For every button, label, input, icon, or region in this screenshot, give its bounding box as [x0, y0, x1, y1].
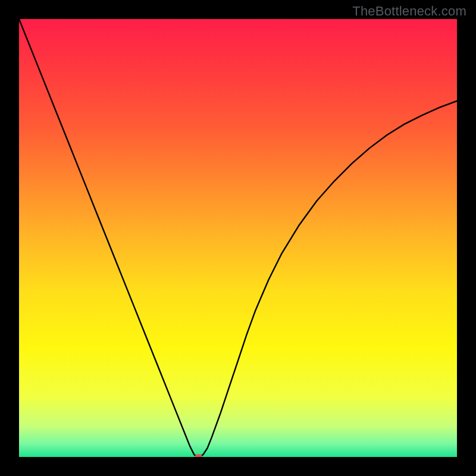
chart-frame: TheBottleneck.com	[0, 0, 476, 476]
chart-svg	[19, 19, 457, 457]
gradient-background	[19, 19, 457, 457]
plot-area	[19, 19, 457, 457]
watermark-text: TheBottleneck.com	[352, 4, 466, 19]
